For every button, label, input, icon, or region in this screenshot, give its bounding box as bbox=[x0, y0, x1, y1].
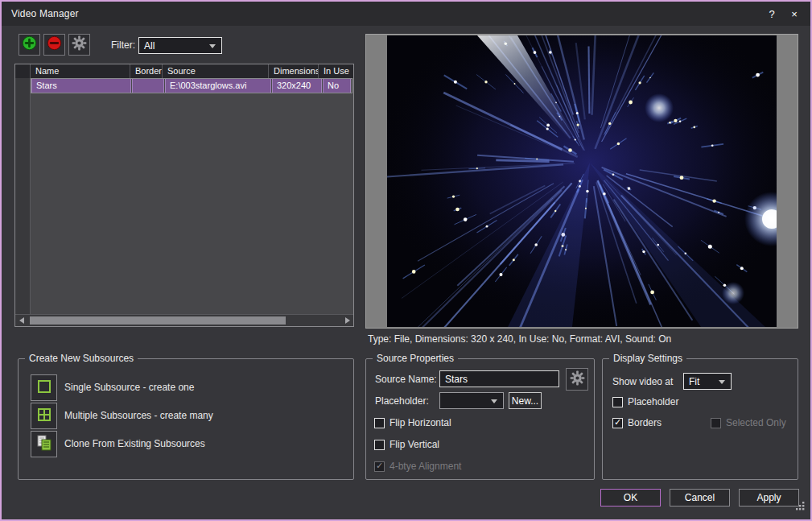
checkbox-box bbox=[711, 418, 721, 428]
checkbox-label: Flip Horizontal bbox=[390, 417, 451, 428]
checkbox-label: Placeholder bbox=[628, 396, 678, 407]
checkbox-label: 4-btye Alignment bbox=[390, 461, 461, 472]
window-title: Video Manager bbox=[11, 8, 79, 19]
byte-alignment-checkbox: 4-btye Alignment bbox=[374, 461, 461, 472]
single-subsource-label: Single Subsource - create one bbox=[64, 374, 194, 401]
checkbox-label: Borders bbox=[628, 417, 662, 428]
source-name-label: Source Name: bbox=[375, 374, 437, 385]
clone-subsources-label: Clone From Existing Subsources bbox=[64, 431, 205, 457]
video-manager-window: Video Manager ? × bbox=[0, 0, 812, 521]
cell-inuse: No bbox=[323, 79, 351, 93]
close-icon[interactable]: × bbox=[783, 2, 806, 26]
flip-horizontal-checkbox[interactable]: Flip Horizontal bbox=[374, 417, 451, 428]
row-selector-gutter bbox=[15, 64, 31, 314]
flip-vertical-checkbox[interactable]: Flip Vertical bbox=[374, 439, 439, 450]
cell-name: Stars bbox=[31, 79, 131, 93]
remove-source-button[interactable] bbox=[43, 34, 65, 56]
resize-grip-icon[interactable] bbox=[796, 499, 805, 514]
grid-icon bbox=[35, 406, 53, 427]
checkbox-box bbox=[612, 418, 623, 428]
show-video-at-label: Show video at bbox=[612, 376, 673, 387]
borders-checkbox[interactable]: Borders bbox=[612, 417, 662, 428]
add-source-button[interactable] bbox=[19, 34, 40, 56]
checkbox-label: Flip Vertical bbox=[390, 439, 439, 450]
copy-pages-icon bbox=[35, 434, 53, 455]
chevron-down-icon bbox=[719, 380, 725, 384]
placeholder-display-checkbox[interactable]: Placeholder bbox=[612, 396, 678, 407]
clone-subsources-button[interactable] bbox=[31, 431, 57, 457]
new-placeholder-button[interactable]: New... bbox=[509, 392, 542, 409]
table-header: Name Border Source Dimensions In Use bbox=[15, 64, 353, 78]
cell-border bbox=[132, 79, 164, 93]
video-preview bbox=[387, 35, 777, 327]
apply-label: Apply bbox=[756, 492, 781, 503]
ok-button[interactable]: OK bbox=[600, 489, 661, 507]
single-subsource-button[interactable] bbox=[31, 374, 57, 401]
cancel-label: Cancel bbox=[685, 492, 715, 503]
checkbox-box bbox=[374, 461, 385, 472]
video-info-text: Type: File, Dimensions: 320 x 240, In Us… bbox=[368, 333, 671, 345]
cell-dimensions: 320x240 bbox=[272, 79, 322, 93]
starfield-image bbox=[387, 35, 777, 327]
cancel-button[interactable]: Cancel bbox=[670, 489, 730, 507]
placeholder-label: Placeholder: bbox=[375, 395, 429, 407]
source-settings-button[interactable] bbox=[68, 34, 90, 56]
checkbox-label: Selected Only bbox=[726, 417, 786, 428]
plus-circle-icon bbox=[22, 35, 37, 54]
create-subsources-group: Create New Subsources Single Subsource -… bbox=[18, 358, 354, 480]
checkbox-box bbox=[374, 440, 385, 450]
source-name-value: Stars bbox=[445, 374, 468, 385]
cell-source: E:\003starglows.avi bbox=[165, 79, 271, 93]
source-name-settings-button[interactable] bbox=[566, 368, 588, 391]
apply-button[interactable]: Apply bbox=[739, 489, 799, 507]
column-header-source[interactable]: Source bbox=[163, 64, 269, 78]
titlebar: Video Manager ? × bbox=[2, 2, 810, 26]
chevron-down-icon bbox=[209, 44, 216, 48]
multiple-subsources-button[interactable] bbox=[31, 403, 57, 429]
ok-label: OK bbox=[624, 492, 637, 503]
source-properties-group: Source Properties Source Name: Stars bbox=[365, 358, 595, 480]
gear-icon bbox=[72, 35, 87, 54]
source-name-input[interactable]: Stars bbox=[439, 370, 559, 387]
multiple-subsources-label: Multiple Subsources - create many bbox=[64, 403, 213, 429]
horizontal-scrollbar[interactable] bbox=[15, 314, 353, 326]
column-header-border[interactable]: Border bbox=[130, 64, 163, 78]
filter-label: Filter: bbox=[111, 39, 135, 51]
display-settings-group: Display Settings Show video at Fit Place… bbox=[602, 358, 798, 480]
group-title: Create New Subsources bbox=[25, 353, 138, 364]
scroll-right-icon[interactable] bbox=[341, 315, 353, 326]
filter-value: All bbox=[144, 40, 155, 52]
chevron-down-icon bbox=[491, 399, 497, 403]
square-outline-icon bbox=[35, 378, 53, 399]
gear-icon bbox=[570, 370, 585, 389]
placeholder-dropdown[interactable] bbox=[439, 392, 504, 409]
show-video-at-value: Fit bbox=[689, 376, 699, 387]
minus-circle-icon bbox=[47, 35, 62, 54]
header-gutter bbox=[15, 64, 31, 78]
column-header-dimensions[interactable]: Dimensions bbox=[269, 64, 319, 78]
show-video-at-dropdown[interactable]: Fit bbox=[683, 373, 732, 390]
group-title: Display Settings bbox=[609, 353, 686, 364]
group-title: Source Properties bbox=[373, 353, 458, 364]
new-button-label: New... bbox=[512, 395, 538, 407]
scroll-left-icon[interactable] bbox=[15, 315, 27, 326]
checkbox-box bbox=[612, 397, 623, 407]
video-preview-frame bbox=[365, 34, 798, 329]
source-table: Name Border Source Dimensions In Use Sta… bbox=[14, 64, 354, 327]
column-header-inuse[interactable]: In Use bbox=[319, 64, 353, 78]
column-header-name[interactable]: Name bbox=[31, 64, 130, 78]
selected-only-checkbox: Selected Only bbox=[711, 417, 786, 428]
table-row[interactable]: Stars E:\003starglows.avi 320x240 No bbox=[31, 78, 352, 93]
filter-dropdown[interactable]: All bbox=[138, 37, 222, 54]
checkbox-box bbox=[374, 418, 385, 428]
help-icon[interactable]: ? bbox=[760, 2, 783, 26]
scrollbar-thumb[interactable] bbox=[30, 316, 286, 325]
